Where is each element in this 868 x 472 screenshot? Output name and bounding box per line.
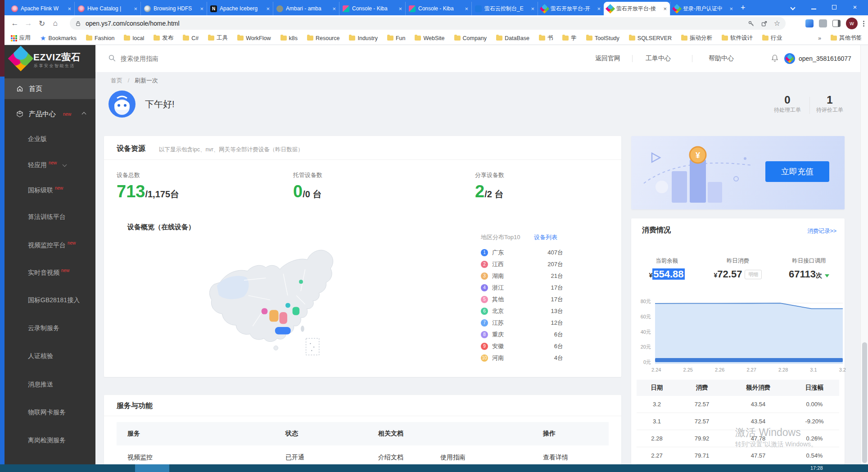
bookmark-folder[interactable]: WebSite: [415, 35, 444, 41]
sidebar-item-home[interactable]: 首页: [5, 78, 95, 99]
other-bookmarks[interactable]: 其他书签: [831, 34, 862, 42]
scrollbar-thumb[interactable]: [862, 342, 867, 463]
tab-close-icon[interactable]: ×: [134, 6, 137, 12]
bookmark-folder[interactable]: Company: [454, 35, 487, 41]
tab-close-icon[interactable]: ×: [68, 6, 71, 12]
bookmarks-overflow-chevron[interactable]: »: [818, 35, 821, 41]
url-text[interactable]: open.ys7.com/console/home.html: [86, 20, 743, 27]
home-button[interactable]: ⌂: [49, 19, 62, 28]
browser-menu-icon[interactable]: [863, 21, 864, 27]
tab-close-icon[interactable]: ×: [663, 6, 667, 12]
search-input[interactable]: [121, 51, 346, 66]
address-bar[interactable]: open.ys7.com/console/home.html ☆: [70, 17, 786, 30]
china-map[interactable]: [194, 239, 351, 357]
bookmark-item[interactable]: ★Bookmarks: [40, 34, 77, 42]
service-detail-link[interactable]: 查看详情: [543, 454, 568, 462]
header-link-official-site[interactable]: 返回官网: [595, 54, 620, 63]
close-window-button[interactable]: ×: [845, 3, 865, 11]
user-avatar[interactable]: [784, 53, 795, 64]
sidebar-subitem[interactable]: 人证核验: [28, 352, 53, 360]
bookmark-star-icon[interactable]: ☆: [774, 20, 780, 27]
bookmark-folder[interactable]: 学: [562, 34, 577, 42]
service-doc-intro[interactable]: 介绍文档: [378, 454, 403, 462]
sidebar-subitem[interactable]: 算法训练平台: [28, 213, 66, 221]
bookmark-folder[interactable]: DataBase: [496, 35, 529, 41]
bookmark-folder[interactable]: Fun: [387, 35, 406, 41]
share-icon[interactable]: [761, 20, 768, 27]
bookmark-folder[interactable]: Industry: [349, 35, 377, 41]
dropdown-caret-icon[interactable]: [825, 274, 829, 277]
bookmark-folder[interactable]: k8s: [280, 35, 298, 41]
tab-search-icon[interactable]: [782, 3, 803, 11]
browser-tab[interactable]: NApache Iceberg×: [207, 2, 273, 15]
tab-close-icon[interactable]: ×: [465, 6, 468, 12]
refresh-button[interactable]: ↻: [35, 19, 49, 28]
browser-tab[interactable]: Ambari - amba×: [273, 2, 339, 15]
extension-icon[interactable]: [805, 19, 814, 27]
sidebar-subitem[interactable]: 国标级联new: [28, 186, 63, 195]
device-list-link[interactable]: 设备列表: [534, 233, 557, 241]
tab-close-icon[interactable]: ×: [729, 6, 733, 12]
bookmark-folder[interactable]: local: [124, 35, 144, 41]
taskbar-app-button[interactable]: [135, 464, 169, 472]
bookmark-folder[interactable]: 书: [539, 34, 553, 42]
browser-tab[interactable]: 登录-用户认证中×: [670, 2, 736, 15]
bookmark-folder[interactable]: ToolStudy: [586, 35, 619, 41]
page-scrollbar[interactable]: [860, 45, 868, 464]
apps-shortcut[interactable]: 应用: [11, 34, 31, 42]
browser-tab[interactable]: 萤石开放平台-开×: [538, 2, 604, 15]
maximize-button[interactable]: [824, 3, 845, 11]
tab-close-icon[interactable]: ×: [531, 6, 534, 12]
bookmark-folder[interactable]: 振动分析: [681, 34, 712, 42]
consumption-records-link[interactable]: 消费记录>>: [807, 227, 836, 235]
bookmark-folder[interactable]: Fashion: [86, 35, 114, 41]
password-key-icon[interactable]: [748, 20, 755, 27]
tab-close-icon[interactable]: ×: [597, 6, 601, 12]
username[interactable]: open_3581616077: [799, 55, 851, 62]
windows-taskbar[interactable]: 17:28: [0, 464, 868, 472]
new-tab-button[interactable]: +: [741, 3, 746, 13]
browser-tab[interactable]: Console - Kiba×: [339, 2, 405, 15]
service-doc-guide[interactable]: 使用指南: [440, 454, 466, 462]
bookmark-folder[interactable]: 行业: [762, 34, 782, 42]
browser-tab[interactable]: 萤石云控制台_E×: [471, 2, 538, 15]
sidebar-subitem[interactable]: 视频监控平台new: [28, 241, 76, 250]
tab-close-icon[interactable]: ×: [200, 6, 203, 12]
sidebar-subitem[interactable]: 消息推送: [28, 381, 53, 389]
sidebar-subitem[interactable]: 云录制服务: [28, 324, 59, 332]
bookmark-folder[interactable]: C#: [183, 35, 199, 41]
bookmark-folder[interactable]: 软件设计: [722, 34, 753, 42]
tab-close-icon[interactable]: ×: [266, 6, 270, 12]
extensions-puzzle-icon[interactable]: [819, 19, 827, 27]
bookmark-folder[interactable]: SQLSERVER: [629, 35, 672, 41]
browser-profile-avatar[interactable]: w: [846, 18, 858, 29]
sidebar-subitem[interactable]: 企业版: [28, 135, 47, 143]
detail-chip[interactable]: 明细: [745, 270, 762, 279]
bookmark-folder[interactable]: 发布: [154, 34, 173, 42]
to-review-tickets-stat[interactable]: 1 待评价工单: [813, 94, 846, 114]
header-link-ticket-center[interactable]: 工单中心: [646, 54, 671, 63]
bookmark-folder[interactable]: 工具: [208, 34, 228, 42]
sidebar-subitem[interactable]: 轻应用new: [28, 160, 66, 169]
recharge-button[interactable]: 立即充值: [765, 161, 829, 182]
browser-tab[interactable]: Apache Flink W×: [8, 2, 74, 15]
browser-tab[interactable]: Hive Catalog |×: [74, 2, 140, 15]
browser-tab-active[interactable]: 萤石开放平台-接×: [604, 2, 670, 15]
bookmark-folder[interactable]: Resource: [307, 35, 340, 41]
sidebar-subitem[interactable]: 物联网卡服务: [28, 408, 66, 417]
side-panel-icon[interactable]: [832, 20, 841, 27]
breadcrumb-home[interactable]: 首页: [111, 77, 122, 84]
browser-tab[interactable]: Browsing HDFS×: [140, 2, 207, 15]
sidebar-item-product-center[interactable]: 产品中心new: [5, 104, 95, 124]
header-link-help-center[interactable]: 帮助中心: [709, 54, 734, 63]
minimize-button[interactable]: [803, 3, 824, 11]
tab-close-icon[interactable]: ×: [332, 6, 336, 12]
sidebar-subitem[interactable]: 实时音视频new: [28, 268, 69, 277]
sidebar-subitem[interactable]: 国标GB28181接入: [28, 296, 80, 304]
back-button[interactable]: ←: [8, 19, 22, 28]
forward-button[interactable]: →: [22, 19, 35, 28]
pending-tickets-stat[interactable]: 0 待处理工单: [771, 94, 804, 114]
sidebar-subitem[interactable]: 离岗检测服务: [28, 436, 66, 445]
tab-close-icon[interactable]: ×: [398, 6, 402, 12]
browser-tab[interactable]: Console - Kiba×: [405, 2, 471, 15]
